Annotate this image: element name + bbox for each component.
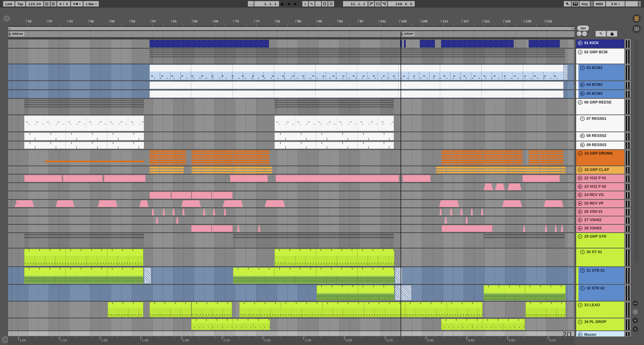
clip-ostripe[interactable] (191, 150, 270, 165)
track-lane-04-bcm2[interactable] (8, 81, 574, 89)
clip-psliver[interactable] (172, 209, 175, 215)
time-signature-field[interactable]: 4 / 4 (57, 1, 70, 7)
track-header-22-voz-p-01[interactable]: ▶22 VOZ P 01 (576, 175, 624, 182)
fold-icon[interactable]: ▼ (580, 66, 585, 70)
clip-ress[interactable] (24, 116, 144, 131)
clip-psliver[interactable] (545, 225, 547, 232)
clip-psliver[interactable] (561, 225, 563, 232)
clip-pink[interactable] (192, 192, 212, 199)
track-header-29-grp-str[interactable]: ≡29 GRP STR (576, 233, 624, 248)
capture-midi-button[interactable] (322, 1, 328, 7)
clip-psliver[interactable] (152, 209, 154, 215)
clip-hatch[interactable] (564, 65, 568, 80)
clip-pink[interactable] (191, 225, 212, 232)
clip-pink[interactable] (230, 175, 268, 182)
track-lane-09-ress03[interactable] (8, 141, 574, 149)
clip-ptrap[interactable] (265, 200, 285, 207)
track-lane-31-str-01[interactable] (8, 267, 574, 284)
clip-kick[interactable] (441, 40, 514, 48)
clip-sy2[interactable] (191, 319, 270, 330)
clip-white[interactable] (150, 82, 564, 89)
track-lane-29-grp-str[interactable] (8, 233, 574, 248)
show-r-toggle[interactable]: R (632, 309, 638, 314)
track-header-28-vsh03[interactable]: ▶28 VSH03 (576, 225, 624, 232)
clip-psliver[interactable] (440, 209, 442, 215)
clip-sy[interactable] (24, 249, 144, 266)
play-icon[interactable]: ▶ (578, 201, 582, 206)
clip-sy[interactable] (108, 302, 144, 317)
loop-end-handle[interactable]: ‹ (572, 26, 574, 31)
arrangement-position-field[interactable]: 1. 1. 1 (254, 1, 279, 7)
track-lane-10-grp-drums[interactable] (8, 150, 574, 166)
show-m-toggle[interactable]: M (632, 318, 638, 323)
clip-white2[interactable] (274, 142, 394, 149)
track-header-23-voz-p-02[interactable]: ▶23 VOZ P 02 (576, 183, 624, 191)
clip-sy[interactable] (526, 302, 566, 317)
clip-astripe[interactable] (149, 167, 184, 173)
reenable-automation-button[interactable]: ← (315, 1, 321, 7)
clip-psliver[interactable] (162, 209, 165, 215)
track-lane-22-voz-p-01[interactable] (8, 175, 574, 182)
clip-pink[interactable] (442, 225, 492, 232)
clip-str[interactable] (317, 285, 394, 300)
track-header-31-str-01[interactable]: ▼31 STR 01 (578, 267, 624, 284)
clip-ptrap[interactable] (508, 183, 522, 190)
next-locator-button[interactable]: → (582, 31, 587, 36)
clip-psliver[interactable] (445, 217, 447, 224)
clip-psliver[interactable] (460, 209, 462, 215)
beat-time-ruler[interactable]: 3337414549535761656973778185899397101105… (8, 14, 574, 27)
play-icon[interactable]: ▶ (578, 209, 582, 214)
track-lane-01-kick[interactable] (8, 40, 574, 48)
locator-break[interactable]: ▷BREAK (9, 32, 24, 36)
track-header-24-rev-vg[interactable]: ▶24 REV VG (576, 191, 624, 199)
prev-locator-button[interactable]: ← (577, 31, 582, 36)
clip-gstripe2[interactable] (484, 233, 565, 247)
computer-midi-keyboard-button[interactable] (572, 1, 579, 7)
track-lane-30-sy-01[interactable] (8, 248, 574, 266)
fold-icon[interactable]: ▼ (580, 268, 585, 273)
loop-start-field[interactable]: 31. 1. 1 (343, 1, 368, 7)
clip-str[interactable] (484, 285, 566, 300)
track-header-04-bcm2[interactable]: ▶04 BCM2 (578, 81, 624, 89)
track-header-30-sy-01[interactable]: ▼30 SY 01 (578, 248, 624, 266)
clip-ptrap[interactable] (439, 200, 459, 207)
play-icon[interactable]: ▶ (578, 226, 582, 230)
play-icon[interactable]: ▶ (578, 184, 582, 189)
track-header-02-grp-bcm[interactable]: ≡02 GRP BCM (576, 49, 624, 64)
clip-white2[interactable] (274, 133, 394, 140)
clip-pink[interactable] (24, 175, 62, 182)
clip-white2[interactable] (24, 142, 144, 149)
chevron-down-icon[interactable]: ▾ (79, 3, 80, 5)
loop-button[interactable] (375, 1, 381, 7)
track-lane-32-str-02[interactable] (8, 285, 574, 301)
clip-ress[interactable] (274, 116, 394, 131)
clip-astripe[interactable] (436, 167, 566, 173)
session-record-button[interactable] (328, 1, 334, 7)
clip-view-toggle-icon[interactable] (632, 14, 641, 23)
clip-ptrap[interactable]: ... (15, 200, 34, 207)
track-lane-34-pl-drop[interactable] (8, 318, 574, 330)
clip-psliver[interactable] (481, 209, 483, 215)
time-ruler[interactable]: 1:001:151:301:452:002:152:302:453:003:15… (8, 336, 574, 345)
clip-pink[interactable] (212, 225, 233, 232)
track-lane-23-voz-p-02[interactable] (8, 183, 574, 191)
clip-sy[interactable] (274, 249, 394, 266)
track-header-08-ress02[interactable]: ▶08 RESS02 (578, 132, 624, 141)
clip-sy[interactable] (150, 302, 191, 317)
clip-kick[interactable] (529, 40, 560, 48)
clip-pink[interactable] (63, 175, 102, 182)
fold-icon[interactable]: ▼ (580, 117, 585, 121)
punch-out-button[interactable] (381, 1, 387, 7)
track-lane-18-grp-clap[interactable] (8, 166, 574, 174)
clip-ptrap[interactable] (182, 200, 201, 207)
fold-icon[interactable]: ▼ (580, 250, 585, 254)
midi-map-button[interactable]: MIDI (594, 1, 605, 7)
clip-psliver[interactable] (258, 225, 260, 232)
track-header-master[interactable]: ▶Master (576, 331, 624, 336)
clip-kick[interactable] (420, 40, 435, 48)
track-header-27-vsh02[interactable]: ▶27 VSH02 (576, 216, 624, 224)
clip-gstripe[interactable] (274, 99, 394, 114)
show-i-o-toggle[interactable]: I-O (632, 301, 638, 306)
clip-psliver[interactable] (471, 209, 473, 215)
track-header-03-bcm1[interactable]: ▼03 BCM1 (578, 64, 624, 80)
